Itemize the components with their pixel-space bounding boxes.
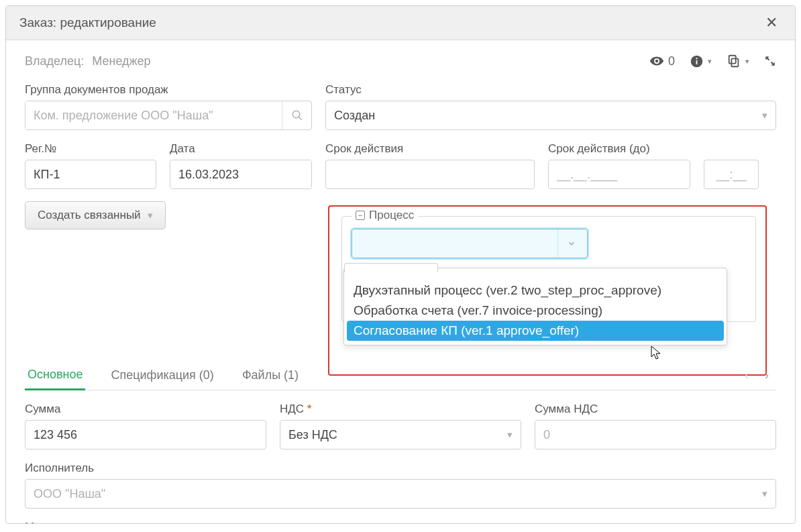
status-value: Создан [334,109,375,123]
process-legend-text: Процесс [369,209,414,222]
expand-button[interactable] [764,55,776,67]
info-icon [690,54,704,68]
svg-rect-1 [696,60,698,64]
valid-from-field: Срок действия [325,142,535,189]
valid-to-label: Срок действия (до) [548,142,690,156]
doc-group-label: Группа документов продаж [25,83,312,97]
status-select[interactable]: Создан ▾ [325,101,776,130]
dropdown-tab [344,263,438,272]
process-option[interactable]: Обработка счета (ver.7 invoice-processin… [344,301,727,321]
tab-scroll: ‹ › [737,366,776,385]
vat-sum-field: Сумма НДС [535,403,776,449]
create-linked-label: Создать связанный [38,209,141,222]
vat-sum-label: Сумма НДС [535,403,776,416]
chevron-down-icon: ▾ [745,57,749,66]
executor-select[interactable]: ООО "Наша" ▾ [25,479,776,509]
chevron-down-icon: ▾ [762,488,767,500]
owner-block: Владелец: Менеджер [25,54,151,68]
cursor-icon [651,345,663,360]
manager-field: Менеджер [25,521,776,523]
svg-rect-3 [731,58,738,66]
process-highlight: − Процесс Двухэтапный процесс (ver.2 two… [328,205,767,376]
valid-to-field: Срок действия (до) [548,142,690,189]
tab-main[interactable]: Основное [25,361,85,390]
sum-input[interactable] [25,420,266,449]
collapse-icon[interactable]: − [356,211,365,220]
owner-value: Менеджер [92,54,150,68]
process-option[interactable]: Согласование КП (ver.1 approve_offer) [347,321,724,341]
reg-no-label: Рег.№ [25,142,156,156]
close-icon[interactable]: ✕ [761,14,782,32]
valid-to-time-input[interactable] [704,160,759,189]
executor-placeholder: ООО "Наша" [34,487,105,501]
chevron-down-icon: ▾ [507,429,513,441]
content-area: Владелец: Менеджер 0 ▾ ▾ [6,40,795,523]
reg-no-input[interactable] [25,160,156,189]
doc-group-field: Группа документов продаж [25,83,312,130]
date-input[interactable] [170,160,312,189]
info-dropdown[interactable]: ▾ [690,54,712,68]
status-label: Статус [325,83,776,97]
vat-select[interactable]: Без НДС ▾ [280,420,521,449]
copy-icon [727,54,741,68]
valid-to-date-wrapper [548,160,690,189]
chevron-down-icon [557,229,584,258]
svg-point-2 [696,57,697,58]
views-count: 0 [668,54,675,68]
process-fieldset: − Процесс Двухэтапный процесс (ver.2 two… [341,216,756,322]
tab-files[interactable]: Файлы (1) [239,362,301,389]
topbar: Владелец: Менеджер 0 ▾ ▾ [25,54,776,68]
views-indicator[interactable]: 0 [649,54,675,68]
date-field: Дата [170,142,312,189]
process-select[interactable] [352,229,588,258]
doc-group-input[interactable] [25,101,282,129]
vat-label: НДС * [280,403,521,416]
chevron-down-icon: ▾ [762,109,767,121]
titlebar: Заказ: редактирование ✕ [6,6,795,40]
search-icon[interactable] [282,101,311,129]
valid-from-input[interactable] [325,160,535,189]
topbar-icons: 0 ▾ ▾ [649,54,776,68]
process-dropdown: Двухэтапный процесс (ver.2 two_step_proc… [343,268,727,345]
process-option[interactable]: Двухэтапный процесс (ver.2 two_step_proc… [344,280,727,301]
create-linked-button[interactable]: Создать связанный ▾ [25,201,166,229]
tab-scroll-right[interactable]: › [757,366,776,385]
chevron-down-icon: ▾ [148,209,153,221]
svg-rect-4 [729,56,736,64]
vat-field: НДС * Без НДС ▾ [280,403,521,449]
valid-to-date-input[interactable] [549,160,690,189]
reg-no-field: Рег.№ [25,142,156,189]
tabs: Основное Спецификация (0) Файлы (1) ‹ › [25,361,776,390]
valid-from-label: Срок действия [325,142,535,156]
vat-sum-input[interactable] [535,420,776,449]
status-field: Статус Создан ▾ [325,83,776,130]
sum-label: Сумма [25,403,266,416]
doc-group-input-wrapper [25,101,312,130]
eye-icon [649,54,664,68]
owner-label: Владелец: [25,54,84,68]
window: Заказ: редактирование ✕ Владелец: Менедж… [5,5,796,524]
valid-to-time-field [704,142,759,189]
date-input-wrapper [170,160,312,189]
tab-scroll-left[interactable]: ‹ [737,366,756,385]
window-title: Заказ: редактирование [19,15,156,30]
tab-spec[interactable]: Спецификация (0) [108,362,216,389]
vat-value: Без НДС [288,428,337,442]
executor-label: Исполнитель [25,462,776,475]
sum-field: Сумма [25,403,266,449]
copy-dropdown[interactable]: ▾ [727,54,749,68]
svg-line-6 [299,117,302,120]
date-label: Дата [170,142,312,156]
executor-field: Исполнитель ООО "Наша" ▾ [25,462,776,509]
chevron-down-icon: ▾ [708,57,712,66]
svg-point-5 [292,111,300,118]
manager-label: Менеджер [25,521,776,523]
process-legend: − Процесс [352,209,418,222]
expand-icon [764,55,776,67]
